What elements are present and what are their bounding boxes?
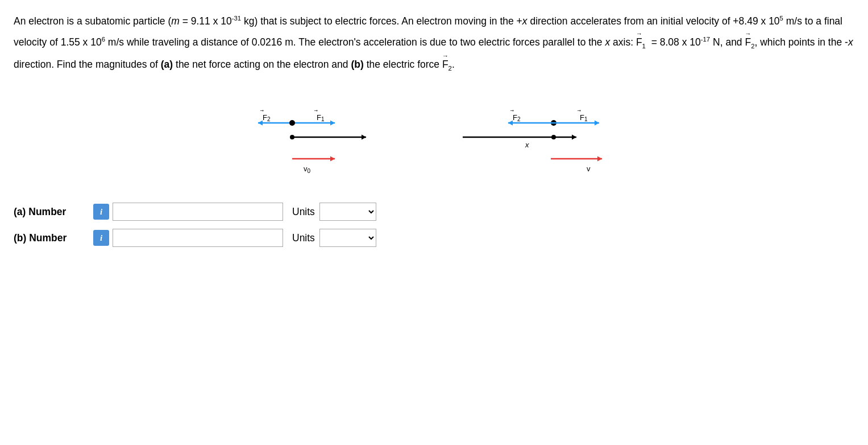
svg-text:F2: F2: [513, 113, 521, 122]
svg-text:v: v: [587, 164, 591, 173]
svg-text:F2: F2: [263, 113, 271, 122]
svg-marker-5: [330, 121, 335, 126]
units-select-b[interactable]: N kg m/s: [319, 229, 376, 247]
svg-text:F1: F1: [317, 113, 325, 122]
svg-text:⃗: ⃗: [577, 110, 581, 112]
svg-text:⃗: ⃗: [314, 110, 318, 112]
right-diagram: x ⃗ F2 ⃗ F1 v: [463, 92, 622, 180]
svg-marker-9: [330, 156, 335, 162]
svg-point-6: [289, 120, 295, 126]
problem-text: An electron is a subatomic particle (m =…: [14, 14, 854, 73]
svg-text:v0: v0: [304, 164, 311, 174]
units-label-b: Units: [292, 232, 315, 244]
units-select-a[interactable]: N kg m/s: [319, 203, 376, 221]
svg-text:x: x: [525, 141, 529, 149]
svg-text:F1: F1: [580, 113, 588, 122]
svg-point-7: [290, 135, 294, 139]
left-diagram: ⃗ F2 ⃗ F1 v0: [247, 92, 394, 180]
diagram-area: ⃗ F2 ⃗ F1 v0 x ⃗ F2 ⃗ F1: [14, 92, 854, 180]
info-button-b[interactable]: i: [93, 230, 109, 246]
svg-marker-23: [595, 121, 599, 126]
number-input-a[interactable]: [113, 203, 283, 221]
answer-b-label: (b) Number: [14, 232, 93, 244]
info-button-a[interactable]: i: [93, 204, 109, 220]
svg-marker-21: [508, 121, 513, 126]
svg-point-19: [551, 135, 556, 139]
svg-marker-17: [572, 135, 576, 140]
units-label-a: Units: [292, 206, 315, 218]
answers-area: (a) Number i Units N kg m/s (b) Number i…: [14, 203, 854, 247]
svg-text:⃗: ⃗: [260, 110, 264, 112]
answer-row-b: (b) Number i Units N kg m/s: [14, 229, 854, 247]
svg-marker-25: [597, 156, 602, 162]
number-input-b[interactable]: [113, 229, 283, 247]
answer-a-label: (a) Number: [14, 206, 93, 218]
answer-row-a: (a) Number i Units N kg m/s: [14, 203, 854, 221]
svg-marker-1: [362, 135, 366, 140]
svg-text:⃗: ⃗: [510, 110, 514, 112]
svg-marker-3: [258, 121, 263, 126]
